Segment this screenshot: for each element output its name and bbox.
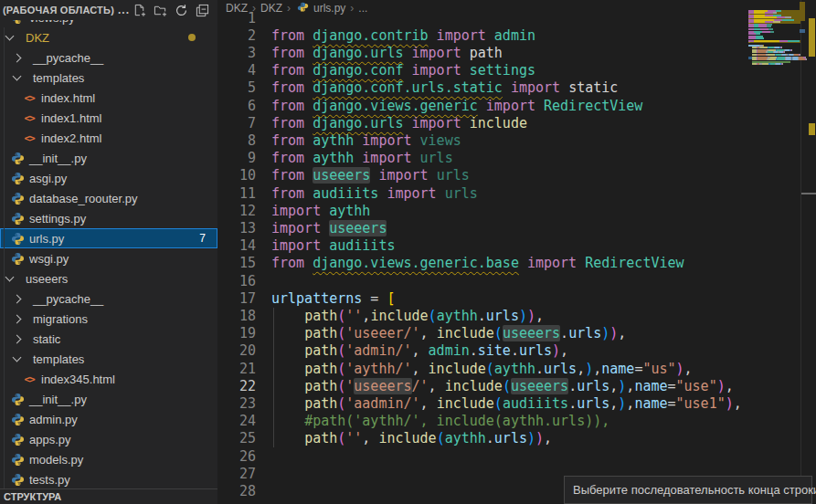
tree-item-index-html[interactable]: <>index.html [0, 88, 217, 108]
python-icon [10, 211, 25, 226]
tree-item-index345-html[interactable]: <>index345.html [0, 369, 217, 389]
statusbar-tooltip: Выберите последовательность конца строки [564, 476, 812, 504]
tree-item--pycache-[interactable]: __pycache__ [0, 289, 217, 309]
tree-item-apps-py[interactable]: apps.py [0, 429, 217, 449]
tree-item-index2-html[interactable]: <>index2.html [0, 128, 217, 148]
code-line-23[interactable]: 23 path('aadmin/', include(audiiits.urls… [217, 395, 742, 414]
code-line-14[interactable]: 14import audiiits [217, 237, 395, 256]
line-number: 27 [217, 466, 256, 483]
code-line-15[interactable]: 15from django.views.generic.base import … [217, 255, 684, 273]
line-number: 14 [217, 237, 256, 255]
tree-item-label: __pycache__ [33, 51, 103, 65]
line-number: 19 [217, 325, 256, 342]
code-line-4[interactable]: 4from django.conf import settings [217, 62, 535, 80]
chevron-right-icon: › [287, 2, 291, 15]
breadcrumb-item-folder[interactable]: DKZ [260, 2, 282, 15]
minimap[interactable] [748, 0, 800, 210]
tree-item-useeers[interactable]: useeers [0, 268, 217, 289]
code-line-28[interactable]: 28 [217, 483, 271, 501]
problems-badge: 7 [199, 232, 206, 245]
code-line-12[interactable]: 12import aythh [217, 203, 370, 221]
breadcrumb-item-file[interactable]: urls.py [295, 1, 345, 16]
explorer-actions [132, 3, 217, 17]
code-line-22[interactable]: 22 path('useeers/', include(useeers.urls… [217, 378, 734, 396]
tree-item-migrations[interactable]: migrations [0, 309, 217, 329]
tree-item-static[interactable]: static [0, 329, 217, 349]
line-number: 5 [217, 79, 256, 97]
tree-item-templates[interactable]: templates [0, 68, 217, 88]
tree-item-label: index345.html [41, 373, 115, 386]
chevron-down-icon [5, 32, 15, 41]
code-line-17[interactable]: 17urlpatterns = [ [217, 290, 395, 309]
tree-item-models-py[interactable]: models.py [0, 449, 217, 469]
code-line-20[interactable]: 20 path('admin/', admin.site.urls), [217, 342, 568, 361]
tree-item-label: DKZ [26, 31, 49, 45]
code-line-26[interactable]: 26 [217, 448, 271, 467]
indent-guide [273, 308, 274, 447]
code-line-13[interactable]: 13import useeers [217, 220, 387, 238]
tree-item-label: __init__.py [29, 393, 87, 406]
tree-item-label: migrations [33, 312, 88, 326]
tree-item-templates[interactable]: templates [0, 349, 217, 369]
line-number: 24 [217, 413, 256, 430]
code-line-3[interactable]: 3from django.urls import path [217, 45, 503, 63]
new-folder-icon[interactable] [153, 3, 167, 17]
code-line-9[interactable]: 9from aythh import urls [217, 150, 453, 168]
tree-item--init-py[interactable]: __init__.py [0, 389, 217, 409]
overview-ruler-cursor [801, 193, 816, 194]
modified-dot-icon [188, 34, 196, 41]
tree-item--pycache-[interactable]: __pycache__ [0, 47, 217, 68]
tree-item-database-roouter-py[interactable]: database_roouter.py [0, 188, 217, 208]
tree-item-label: templates [33, 352, 84, 366]
chevron-down-icon [13, 72, 22, 81]
outline-label: СТРУКТУРА [4, 491, 61, 502]
tree-item-urls-py[interactable]: urls.py7 [0, 228, 217, 248]
code-line-24[interactable]: 24 #path('aythh/', include(aythh.urls)), [217, 413, 609, 431]
breadcrumb: DKZ › DKZ › urls.py › ... [226, 0, 367, 16]
minimap-warning-strip [800, 2, 805, 21]
line-number: 17 [217, 290, 256, 308]
tree-item-tests-py[interactable]: tests.py [0, 469, 217, 488]
new-file-icon[interactable] [132, 3, 146, 17]
code-line-18[interactable]: 18 path('',include(aythh.urls)), [217, 308, 544, 326]
more-actions-button[interactable]: ... [118, 4, 130, 16]
code-line-2[interactable]: 2from django.contrib import admin [217, 27, 535, 46]
tree-item-asgi-py[interactable]: asgi.py [0, 168, 217, 188]
code-line-21[interactable]: 21 path('aythh/', include(aythh.urls,),n… [217, 361, 693, 379]
tree-item-label: database_roouter.py [29, 192, 138, 205]
python-icon [10, 191, 25, 205]
collapse-all-icon[interactable] [195, 3, 209, 17]
tree-item-wsgi-py[interactable]: wsgi.py [0, 248, 217, 268]
code-line-10[interactable]: 10from useeers import urls [217, 167, 470, 185]
breadcrumb-item-folder[interactable]: DKZ [226, 2, 248, 15]
explorer-sidebar: views.pyDKZ__pycache__templates<>index.h… [0, 0, 217, 504]
tree-item-dkz[interactable]: DKZ [0, 27, 217, 47]
overview-ruler-warning [809, 18, 815, 57]
code-line-25[interactable]: 25 path('', include(aythh.urls)), [217, 430, 552, 448]
tree-item--init-py[interactable]: __init__.py [0, 148, 217, 168]
code-line-5[interactable]: 5from django.conf.urls.static import sta… [217, 79, 618, 98]
code-line-16[interactable]: 16 [217, 273, 271, 291]
tree-item-label: wsgi.py [29, 252, 69, 266]
tree-item-label: index.html [41, 91, 95, 105]
code-line-19[interactable]: 19 path('useeer/', include(useeers.urls)… [217, 325, 626, 343]
code-editor[interactable]: 12from django.contrib import admin3from … [217, 0, 747, 504]
breadcrumb-item-symbol[interactable]: ... [358, 2, 367, 15]
python-icon [10, 151, 25, 165]
python-icon [10, 452, 25, 467]
tree-item-label: __init__.py [29, 152, 87, 165]
tree-item-admin-py[interactable]: admin.py [0, 409, 217, 429]
html-icon: <> [22, 372, 37, 386]
outline-section-header[interactable]: СТРУКТУРА [0, 488, 217, 504]
refresh-icon[interactable] [174, 3, 188, 17]
code-line-27[interactable]: 27 [217, 466, 271, 484]
tree-item-settings-py[interactable]: settings.py [0, 208, 217, 228]
python-icon [10, 251, 25, 266]
python-icon [10, 412, 25, 426]
tree-item-label: settings.py [29, 212, 86, 226]
code-line-8[interactable]: 8from aythh import views [217, 132, 461, 151]
code-line-6[interactable]: 6from django.views.generic import Redire… [217, 98, 642, 116]
code-line-11[interactable]: 11from audiiits import urls [217, 185, 478, 204]
code-line-7[interactable]: 7from django.urls import include [217, 115, 527, 133]
tree-item-index1-html[interactable]: <>index1.html [0, 108, 217, 128]
